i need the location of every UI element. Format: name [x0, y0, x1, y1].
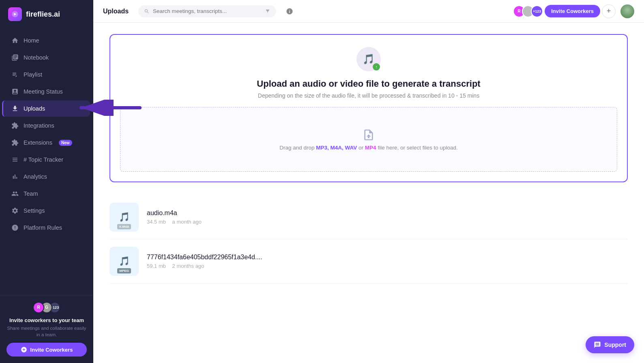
header-invite-button[interactable]: Invite Coworkers	[545, 5, 600, 17]
nav-label-team: Team	[24, 190, 38, 197]
dropzone-or: or	[357, 145, 365, 151]
file-name-2: 7776f1434fa6e405bddf22965f1a3e4d....	[147, 254, 628, 261]
sidebar: fireflies.ai Home Notebook Playlist Meet…	[0, 0, 93, 363]
file-info-1: audio.m4a 34.5 mb a month ago	[147, 209, 628, 225]
sidebar-item-team[interactable]: Team	[3, 186, 90, 202]
header-avatar-count: +123	[531, 5, 543, 17]
sidebar-invite-button[interactable]: Invite Coworkers	[6, 343, 87, 357]
user-avatar[interactable]	[620, 4, 634, 18]
sidebar-invite-label: Invite Coworkers	[30, 347, 73, 353]
nav-label-uploads: Uploads	[24, 105, 45, 112]
sidebar-invite-card: R G +123 Invite coworkers to your team S…	[0, 295, 93, 363]
dropzone-prefix: Drag and drop	[279, 145, 316, 151]
file-meta-1: 34.5 mb a month ago	[147, 219, 628, 225]
file-list: 🎵 X-M4A audio.m4a 34.5 mb a month ago 🎵 …	[109, 195, 628, 284]
music-icon: 🎵	[363, 53, 375, 65]
nav-label-integrations: Integrations	[24, 122, 54, 129]
file-thumbnail-2: 🎵 MPEG	[109, 247, 139, 276]
nav-label-extensions: Extensions	[24, 139, 52, 146]
extensions-badge: New	[59, 140, 72, 146]
file-info-2: 7776f1434fa6e405bddf22965f1a3e4d.... 59.…	[147, 254, 628, 269]
file-time-2: 2 months ago	[172, 263, 204, 269]
avatar-r: R	[33, 302, 44, 313]
upload-icon-wrapper: 🎵 ↑	[356, 47, 381, 71]
sidebar-item-analytics[interactable]: Analytics	[3, 169, 90, 185]
sidebar-item-platform-rules[interactable]: Platform Rules	[3, 220, 90, 236]
page-title: Uploads	[103, 8, 129, 15]
sidebar-item-topic-tracker[interactable]: # Topic Tracker	[3, 152, 90, 168]
support-icon	[594, 341, 601, 348]
main-area: Uploads R +123 Invite Coworkers +	[93, 0, 644, 363]
search-input[interactable]	[153, 8, 262, 14]
header: Uploads R +123 Invite Coworkers +	[93, 0, 644, 23]
file-icon-2: 🎵	[119, 256, 130, 267]
file-type-badge-1: X-M4A	[117, 224, 131, 229]
nav-label-platform-rules: Platform Rules	[24, 224, 62, 231]
dropzone-text: Drag and drop MP3, M4A, WAV or MP4 file …	[279, 145, 457, 151]
file-size-1: 34.5 mb	[147, 219, 166, 225]
nav-label-meeting-status: Meeting Status	[24, 88, 63, 95]
nav-label-settings: Settings	[24, 207, 45, 214]
filter-icon	[265, 8, 270, 15]
file-meta-2: 59.1 mb 2 months ago	[147, 263, 628, 269]
upload-header: 🎵 ↑ Upload an audio or video file to gen…	[120, 47, 617, 99]
nav-label-home: Home	[24, 37, 39, 44]
file-name-1: audio.m4a	[147, 209, 628, 217]
file-item-2[interactable]: 🎵 MPEG 7776f1434fa6e405bddf22965f1a3e4d.…	[109, 239, 628, 284]
dropzone[interactable]: Drag and drop MP3, M4A, WAV or MP4 file …	[120, 107, 617, 172]
logo-area[interactable]: fireflies.ai	[0, 0, 93, 28]
dropzone-mp4: MP4	[365, 145, 376, 151]
nav-label-playlist: Playlist	[24, 71, 42, 78]
file-time-1: a month ago	[172, 219, 202, 225]
nav-label-analytics: Analytics	[24, 173, 47, 180]
dropzone-formats: MP3, M4A, WAV	[316, 145, 357, 151]
dropzone-suffix: file here, or select files to upload.	[376, 145, 458, 151]
upload-subtitle: Depending on the size of the audio file,…	[120, 92, 617, 99]
header-invite-label: Invite Coworkers	[551, 8, 594, 14]
sidebar-item-extensions[interactable]: Extensions New	[3, 135, 90, 151]
file-item[interactable]: 🎵 X-M4A audio.m4a 34.5 mb a month ago	[109, 195, 628, 239]
search-icon	[144, 8, 150, 15]
invite-card-subtitle: Share meetings and collaborate easily in…	[6, 325, 87, 338]
add-button[interactable]: +	[602, 4, 616, 18]
nav-label-topic-tracker: # Topic Tracker	[24, 156, 63, 163]
logo-text: fireflies.ai	[26, 10, 60, 19]
sidebar-item-notebook[interactable]: Notebook	[3, 49, 90, 66]
nav-label-notebook: Notebook	[24, 54, 49, 61]
upload-title: Upload an audio or video file to generat…	[120, 79, 617, 89]
sidebar-item-playlist[interactable]: Playlist	[3, 66, 90, 83]
file-type-badge-2: MPEG	[117, 268, 131, 273]
sidebar-item-integrations[interactable]: Integrations	[3, 117, 90, 134]
sidebar-item-settings[interactable]: Settings	[3, 203, 90, 219]
sidebar-item-home[interactable]: Home	[3, 32, 90, 49]
support-label: Support	[604, 342, 626, 348]
support-button[interactable]: Support	[586, 336, 634, 353]
invite-card-title: Invite coworkers to your team	[6, 317, 87, 323]
info-button[interactable]	[283, 4, 296, 18]
logo-icon	[8, 7, 22, 21]
upload-file-icon	[362, 128, 375, 141]
upload-section: 🎵 ↑ Upload an audio or video file to gen…	[109, 34, 628, 182]
content-area: 🎵 ↑ Upload an audio or video file to gen…	[93, 23, 644, 363]
sidebar-item-meeting-status[interactable]: Meeting Status	[3, 83, 90, 100]
file-icon-1: 🎵	[119, 212, 130, 222]
sidebar-item-uploads[interactable]: Uploads	[2, 100, 90, 117]
file-thumbnail-1: 🎵 X-M4A	[109, 203, 139, 232]
search-bar[interactable]	[138, 5, 276, 17]
upload-arrow-icon: ↑	[373, 63, 380, 70]
nav-menu: Home Notebook Playlist Meeting Status Up…	[0, 28, 93, 295]
file-size-2: 59.1 mb	[147, 263, 166, 269]
